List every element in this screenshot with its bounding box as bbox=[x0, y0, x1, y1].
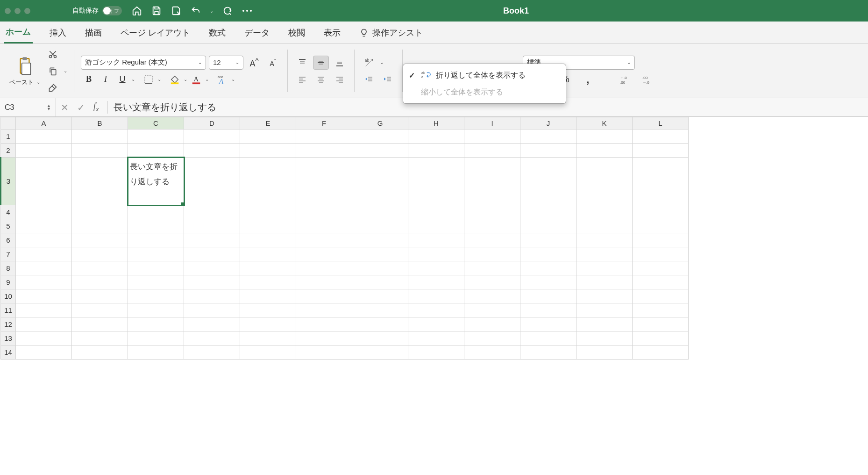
cell-A10[interactable] bbox=[16, 289, 72, 303]
cell-L9[interactable] bbox=[633, 275, 689, 289]
cell-J3[interactable] bbox=[520, 158, 576, 205]
cell-B13[interactable] bbox=[72, 331, 128, 345]
cell-D8[interactable] bbox=[184, 261, 240, 275]
cell-I7[interactable] bbox=[464, 247, 520, 261]
orientation-button[interactable]: ab bbox=[361, 56, 377, 70]
cell-A1[interactable] bbox=[16, 130, 72, 144]
more-icon[interactable] bbox=[242, 5, 253, 16]
cell-A5[interactable] bbox=[16, 219, 72, 233]
name-box[interactable]: C3 ▲▼ bbox=[0, 98, 56, 116]
cell-F2[interactable] bbox=[296, 144, 352, 158]
cell-E14[interactable] bbox=[240, 345, 296, 360]
toggle-switch[interactable]: オフ bbox=[102, 6, 122, 15]
menu-wrap-text[interactable]: ✓ abc 折り返して全体を表示する bbox=[403, 67, 566, 84]
cell-L8[interactable] bbox=[633, 261, 689, 275]
cell-H9[interactable] bbox=[408, 275, 464, 289]
cell-E5[interactable] bbox=[240, 219, 296, 233]
cell-B3[interactable] bbox=[72, 158, 128, 205]
font-color-button[interactable]: A bbox=[188, 72, 204, 86]
cell-K13[interactable] bbox=[576, 331, 633, 345]
cell-F14[interactable] bbox=[296, 345, 352, 360]
cell-H13[interactable] bbox=[408, 331, 464, 345]
cell-A12[interactable] bbox=[16, 317, 72, 331]
increase-font-button[interactable]: A^ bbox=[246, 56, 262, 70]
cell-J11[interactable] bbox=[520, 303, 576, 317]
align-right-button[interactable] bbox=[332, 72, 348, 86]
cell-A11[interactable] bbox=[16, 303, 72, 317]
cell-D6[interactable] bbox=[184, 233, 240, 247]
cell-B8[interactable] bbox=[72, 261, 128, 275]
column-header[interactable]: I bbox=[464, 117, 520, 130]
cell-G7[interactable] bbox=[352, 247, 408, 261]
cell-F9[interactable] bbox=[296, 275, 352, 289]
row-header[interactable]: 9 bbox=[1, 275, 16, 289]
cell-J13[interactable] bbox=[520, 331, 576, 345]
cell-G1[interactable] bbox=[352, 130, 408, 144]
cell-H3[interactable] bbox=[408, 158, 464, 205]
cell-G13[interactable] bbox=[352, 331, 408, 345]
tab-page-layout[interactable]: ページ レイアウト bbox=[119, 22, 192, 43]
cell-C8[interactable] bbox=[128, 261, 184, 275]
cell-E3[interactable] bbox=[240, 158, 296, 205]
undo-dropdown-icon[interactable]: ⌄ bbox=[210, 8, 213, 14]
cell-J9[interactable] bbox=[520, 275, 576, 289]
row-header[interactable]: 10 bbox=[1, 289, 16, 303]
save-icon[interactable] bbox=[151, 5, 162, 16]
cell-K10[interactable] bbox=[576, 289, 633, 303]
cell-B12[interactable] bbox=[72, 317, 128, 331]
row-header[interactable]: 8 bbox=[1, 261, 16, 275]
cell-I10[interactable] bbox=[464, 289, 520, 303]
cell-D4[interactable] bbox=[184, 205, 240, 219]
cell-G14[interactable] bbox=[352, 345, 408, 360]
cell-G4[interactable] bbox=[352, 205, 408, 219]
cell-G12[interactable] bbox=[352, 317, 408, 331]
tab-draw[interactable]: 描画 bbox=[83, 22, 104, 43]
cell-D3[interactable] bbox=[184, 158, 240, 205]
bold-button[interactable]: B bbox=[81, 72, 97, 86]
row-header[interactable]: 11 bbox=[1, 303, 16, 317]
cell-B5[interactable] bbox=[72, 219, 128, 233]
cell-H7[interactable] bbox=[408, 247, 464, 261]
cell-B4[interactable] bbox=[72, 205, 128, 219]
cell-D13[interactable] bbox=[184, 331, 240, 345]
cell-E2[interactable] bbox=[240, 144, 296, 158]
cell-J12[interactable] bbox=[520, 317, 576, 331]
cell-F11[interactable] bbox=[296, 303, 352, 317]
cell-L1[interactable] bbox=[633, 130, 689, 144]
cell-C7[interactable] bbox=[128, 247, 184, 261]
cell-J6[interactable] bbox=[520, 233, 576, 247]
align-bottom-button[interactable] bbox=[332, 56, 348, 70]
cell-D12[interactable] bbox=[184, 317, 240, 331]
cell-C11[interactable] bbox=[128, 303, 184, 317]
cell-E9[interactable] bbox=[240, 275, 296, 289]
cell-B14[interactable] bbox=[72, 345, 128, 360]
column-header[interactable]: K bbox=[576, 117, 633, 130]
tab-insert[interactable]: 挿入 bbox=[48, 22, 68, 43]
cell-K1[interactable] bbox=[576, 130, 633, 144]
underline-button[interactable]: U bbox=[114, 72, 130, 86]
cell-J5[interactable] bbox=[520, 219, 576, 233]
cell-L4[interactable] bbox=[633, 205, 689, 219]
tab-formulas[interactable]: 数式 bbox=[207, 22, 228, 43]
cell-F1[interactable] bbox=[296, 130, 352, 144]
cell-J1[interactable] bbox=[520, 130, 576, 144]
cell-K7[interactable] bbox=[576, 247, 633, 261]
cell-C9[interactable] bbox=[128, 275, 184, 289]
row-header[interactable]: 6 bbox=[1, 233, 16, 247]
cell-J7[interactable] bbox=[520, 247, 576, 261]
cell-H8[interactable] bbox=[408, 261, 464, 275]
cell-A4[interactable] bbox=[16, 205, 72, 219]
cell-C14[interactable] bbox=[128, 345, 184, 360]
autosave-toggle[interactable]: 自動保存 オフ bbox=[72, 6, 122, 15]
row-header[interactable]: 5 bbox=[1, 219, 16, 233]
row-header[interactable]: 2 bbox=[1, 144, 16, 158]
italic-button[interactable]: I bbox=[98, 72, 114, 86]
cell-J4[interactable] bbox=[520, 205, 576, 219]
cell-I11[interactable] bbox=[464, 303, 520, 317]
spinner-icon[interactable]: ▲▼ bbox=[47, 104, 51, 111]
cell-C10[interactable] bbox=[128, 289, 184, 303]
cell-I4[interactable] bbox=[464, 205, 520, 219]
fill-handle[interactable] bbox=[181, 202, 185, 206]
cell-L11[interactable] bbox=[633, 303, 689, 317]
cell-L5[interactable] bbox=[633, 219, 689, 233]
